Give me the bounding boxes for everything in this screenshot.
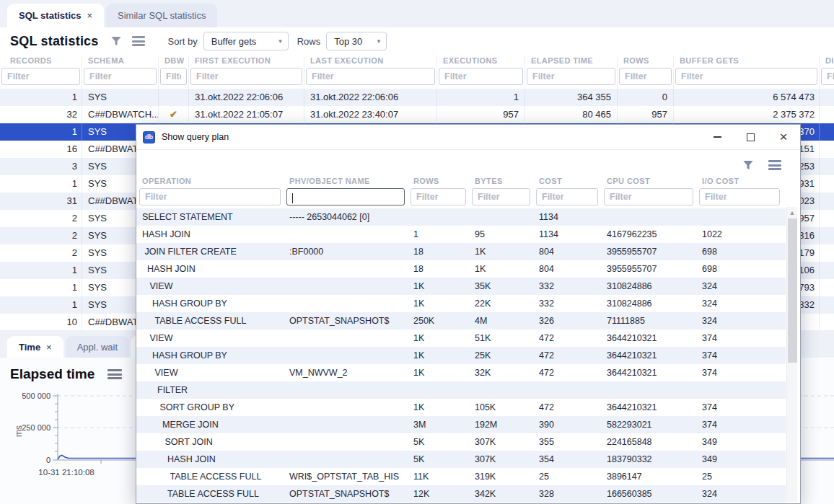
col-header-last-execution[interactable]: LAST EXECUTION xyxy=(304,56,437,68)
plan-menu-icon[interactable] xyxy=(768,160,781,170)
sort-by-dropdown[interactable]: Buffer gets ▾ xyxy=(203,32,289,50)
plan-row[interactable]: TABLE ACCESS FULL OPTSTAT_SNAPSHOT$ 250K… xyxy=(136,312,786,330)
table-row[interactable]: 32 C##DBWATCH... ✔ 31.okt.2022 21:05:07 … xyxy=(0,106,834,123)
table-row[interactable]: 1 SYS ✔ 31.okt.2022 22:06:06 31.okt.2022… xyxy=(0,89,834,106)
plan-row[interactable]: SORT GROUP BY 1K 105K 472 3644210321 374 xyxy=(136,399,786,416)
plan-filter-io-cost[interactable] xyxy=(699,188,780,205)
col-header-io-cost[interactable]: I/O COST xyxy=(696,177,783,185)
col-header-operation[interactable]: OPERATION xyxy=(136,177,284,185)
tab-similar-sql-statistics[interactable]: Similar SQL statistics xyxy=(106,4,217,27)
filter-input-dir[interactable] xyxy=(821,68,834,85)
plan-row[interactable]: HASH GROUP BY 1K 22K 332 310824886 324 xyxy=(136,295,786,312)
rows-label: Rows xyxy=(297,36,321,47)
col-header-first-execution[interactable]: FIRST EXECUTION xyxy=(189,56,304,68)
col-header-rows[interactable]: ROWS xyxy=(618,56,674,68)
close-button[interactable]: × xyxy=(767,125,800,150)
plan-row[interactable]: VIEW 1K 51K 472 3644210321 374 xyxy=(136,330,786,347)
tab-time-close-icon[interactable]: × xyxy=(46,342,52,353)
dialog-titlebar[interactable]: db Show query plan × xyxy=(136,125,800,150)
filter-input-last-execution[interactable] xyxy=(306,68,435,85)
tab-close-icon[interactable]: × xyxy=(87,10,92,21)
col-header-dir[interactable]: DIR xyxy=(820,56,834,68)
plan-filter-phv-object-name[interactable] xyxy=(286,188,405,205)
col-header-records[interactable]: RECORDS xyxy=(0,56,82,68)
plan-row[interactable]: JOIN FILTER CREATE :BF0000 18 1K 804 395… xyxy=(136,243,786,260)
plan-row[interactable]: VIEW VM_NWVW_2 1K 32K 472 3644210321 374 xyxy=(136,364,786,381)
col-header-phv-object-name[interactable]: PHV/OBJECT NAME xyxy=(284,177,408,185)
plan-scrollbar[interactable]: ▲ xyxy=(786,207,797,502)
scroll-up-icon[interactable]: ▲ xyxy=(787,207,797,218)
cell-bytes: 4M xyxy=(469,312,533,330)
maximize-button[interactable] xyxy=(734,125,767,150)
plan-row[interactable]: FILTER xyxy=(136,381,786,399)
cell-plan-rows: 1K xyxy=(408,278,469,295)
menu-icon[interactable] xyxy=(132,36,145,46)
plan-row[interactable]: TABLE ACCESS FULL WRI$_OPTSTAT_TAB_HIS 1… xyxy=(136,468,786,485)
cell-phv-object-name xyxy=(284,381,408,399)
cell-bytes: 1K xyxy=(469,260,533,278)
plan-row[interactable]: TABLE ACCESS FULL OPTSTAT_SNAPSHOT$ 12K … xyxy=(136,485,786,503)
col-header-cost[interactable]: COST xyxy=(533,177,601,185)
cell-cpu-cost: 3644210321 xyxy=(601,330,696,347)
filter-input-dbw[interactable] xyxy=(160,68,187,85)
tab-time[interactable]: Time × xyxy=(7,336,63,358)
plan-filter-icon[interactable] xyxy=(742,159,754,171)
plan-row[interactable]: SELECT STATEMENT ----- 2653044062 [0] 11… xyxy=(136,208,786,226)
plan-filter-cost[interactable] xyxy=(536,188,598,205)
col-header-dbw[interactable]: DBW xyxy=(159,56,189,68)
filter-input-rows[interactable] xyxy=(619,68,672,85)
tab-sql-statistics[interactable]: SQL statistics × xyxy=(7,4,104,27)
col-header-elapsed-time[interactable]: ELAPSED TIME xyxy=(525,56,618,68)
cell-cost: 1134 xyxy=(533,208,601,226)
cell-records: 1 xyxy=(0,279,82,296)
cell-io-cost: 25 xyxy=(696,468,783,485)
cell-records: 1 xyxy=(0,89,82,106)
col-header-buffer-gets[interactable]: BUFFER GETS xyxy=(674,56,820,68)
cell-records: 31 xyxy=(0,193,82,210)
plan-filter-bytes[interactable] xyxy=(472,188,530,205)
filter-input-records[interactable] xyxy=(1,68,80,85)
filter-input-elapsed-time[interactable] xyxy=(527,68,615,85)
cell-records: 2 xyxy=(0,227,82,244)
cell-cpu-cost: 4167962235 xyxy=(601,226,696,243)
scrollbar-thumb[interactable] xyxy=(788,218,797,363)
plan-row[interactable]: HASH JOIN 5K 307K 354 183790332 349 xyxy=(136,451,786,468)
cell-operation: MERGE JOIN xyxy=(136,416,284,433)
cell-cpu-cost: 71111885 xyxy=(601,312,696,330)
filter-input-schema[interactable] xyxy=(84,68,157,85)
plan-filter-row xyxy=(136,188,786,205)
filter-icon[interactable] xyxy=(110,35,122,47)
cell-bytes: 105K xyxy=(469,399,533,416)
plan-row[interactable]: MERGE JOIN 3M 192M 390 582293021 374 xyxy=(136,416,786,433)
col-header-cpu-cost[interactable]: CPU COST xyxy=(601,177,696,185)
plan-row[interactable]: HASH GROUP BY 1K 25K 472 3644210321 374 xyxy=(136,347,786,364)
chart-menu-icon[interactable] xyxy=(107,369,122,379)
plan-filter-cpu-cost[interactable] xyxy=(604,188,693,205)
cell-operation: SELECT STATEMENT xyxy=(136,208,284,226)
plan-row[interactable]: HASH JOIN 1 95 1134 4167962235 1022 xyxy=(136,226,786,243)
cell-io-cost: 1022 xyxy=(696,226,783,243)
cell-dir xyxy=(820,244,834,262)
col-header-schema[interactable]: SCHEMA xyxy=(82,56,159,68)
col-header-bytes[interactable]: BYTES xyxy=(469,177,533,185)
filter-input-executions[interactable] xyxy=(439,68,523,85)
col-header-plan-rows[interactable]: ROWS xyxy=(408,177,469,185)
cell-phv-object-name xyxy=(284,433,408,451)
cell-operation: SORT JOIN xyxy=(136,433,284,451)
plan-row[interactable]: HASH JOIN 18 1K 804 3955955707 698 xyxy=(136,260,786,278)
plan-filter-operation[interactable] xyxy=(139,188,281,205)
plan-row[interactable]: VIEW 1K 35K 332 310824886 324 xyxy=(136,278,786,295)
cell-operation: FILTER xyxy=(136,381,284,399)
cell-operation: VIEW xyxy=(136,330,284,347)
filter-input-first-execution[interactable] xyxy=(190,68,302,85)
cell-plan-rows: 1K xyxy=(408,295,469,312)
cell-cpu-cost: 3955955707 xyxy=(601,260,696,278)
plan-row[interactable]: SORT JOIN 5K 307K 355 224165848 349 xyxy=(136,433,786,451)
filter-input-buffer-gets[interactable] xyxy=(675,68,817,85)
cell-records: 2 xyxy=(0,244,82,262)
minimize-button[interactable] xyxy=(701,125,734,150)
col-header-executions[interactable]: EXECUTIONS xyxy=(437,56,525,68)
rows-dropdown[interactable]: Top 30 ▾ xyxy=(326,32,387,50)
plan-filter-rows[interactable] xyxy=(411,188,466,205)
tab-appl-wait[interactable]: Appl. wait xyxy=(66,336,129,358)
